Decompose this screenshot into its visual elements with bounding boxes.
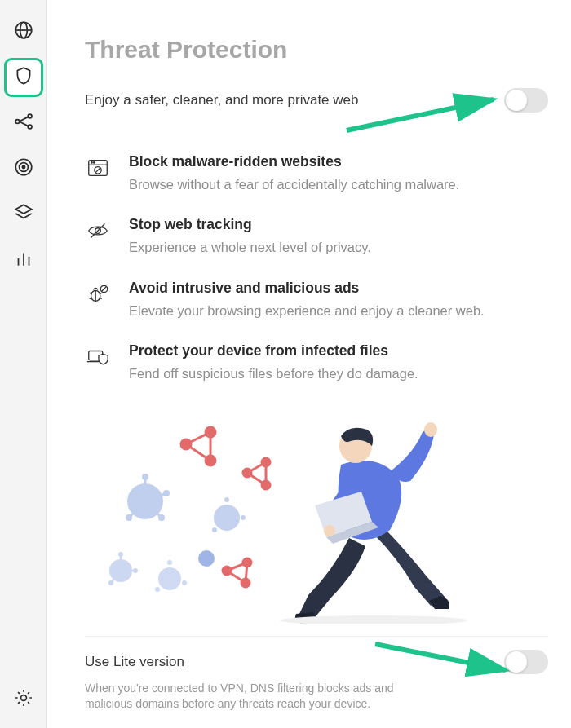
bug-block-icon: [85, 281, 111, 307]
svg-point-50: [167, 560, 172, 565]
svg-point-10: [22, 165, 24, 168]
feature-title: Avoid intrusive and malicious ads: [129, 280, 485, 297]
sidebar-item-presets[interactable]: [7, 197, 41, 232]
sidebar: [0, 0, 47, 728]
svg-point-77: [324, 525, 335, 536]
sidebar-item-settings[interactable]: [7, 682, 41, 717]
gear-icon: [13, 687, 34, 712]
feature-desc: Elevate your browsing experience and enj…: [129, 302, 485, 320]
svg-point-55: [241, 515, 246, 520]
page-title: Threat Protection: [85, 36, 548, 64]
svg-point-52: [155, 587, 160, 592]
mesh-icon: [13, 111, 34, 135]
feature-desc: Experience a whole next level of privacy…: [129, 238, 371, 256]
sidebar-item-quickconnect[interactable]: [7, 15, 41, 49]
page-subtitle: Enjoy a safer, cleaner, and more private…: [85, 92, 358, 108]
svg-point-4: [28, 114, 32, 118]
feature-protect-files: Protect your device from infected files …: [85, 342, 548, 382]
stats-icon: [13, 248, 34, 272]
layers-icon: [13, 202, 34, 227]
svg-line-22: [91, 224, 105, 238]
svg-point-56: [212, 527, 217, 532]
lite-version-desc: When you're connected to VPN, DNS filter…: [85, 681, 427, 712]
svg-point-17: [91, 162, 93, 164]
laptop-shield-icon: [85, 344, 111, 370]
svg-line-30: [102, 286, 107, 291]
browser-block-icon: [85, 155, 111, 181]
svg-point-5: [28, 125, 32, 129]
feature-title: Block malware-ridden websites: [129, 153, 459, 170]
svg-point-57: [198, 550, 215, 567]
main-content: Threat Protection Enjoy a safer, cleaner…: [47, 0, 571, 728]
sidebar-item-stats[interactable]: [7, 243, 41, 277]
svg-line-67: [247, 462, 266, 473]
sidebar-item-threat-protection[interactable]: [7, 60, 41, 95]
svg-point-51: [182, 580, 187, 585]
feature-title: Protect your device from infected files: [129, 342, 418, 360]
feature-desc: Browse without a fear of accidentally ca…: [129, 175, 459, 193]
svg-line-74: [246, 563, 247, 583]
svg-point-54: [224, 497, 229, 502]
feature-desc: Fend off suspicious files before they do…: [129, 364, 418, 382]
svg-point-3: [15, 120, 20, 124]
lite-version-title: Use Lite version: [85, 654, 184, 670]
eye-off-icon: [85, 218, 111, 244]
svg-line-7: [19, 121, 28, 126]
svg-line-6: [19, 117, 28, 121]
svg-point-18: [94, 162, 95, 164]
svg-point-76: [424, 422, 437, 437]
svg-line-61: [186, 432, 210, 444]
svg-point-49: [158, 567, 181, 590]
feature-stop-tracking: Stop web tracking Experience a whole nex…: [85, 216, 548, 256]
feature-title: Stop web tracking: [129, 216, 371, 233]
threat-protection-illustration: [85, 395, 548, 624]
shield-icon: [13, 65, 34, 90]
feature-block-malware: Block malware-ridden websites Browse wit…: [85, 153, 548, 193]
feature-avoid-ads: Avoid intrusive and malicious ads Elevat…: [85, 280, 548, 320]
lite-version-toggle[interactable]: [504, 650, 548, 674]
sidebar-item-darkweb[interactable]: [7, 152, 41, 186]
svg-line-69: [247, 473, 266, 485]
target-icon: [13, 157, 34, 181]
threat-protection-toggle[interactable]: [504, 88, 548, 113]
sidebar-item-meshnet[interactable]: [7, 106, 41, 140]
svg-line-75: [227, 571, 246, 583]
lite-version-section: Use Lite version When you're connected t…: [85, 636, 548, 712]
feature-list: Block malware-ridden websites Browse wit…: [85, 153, 548, 382]
svg-line-20: [95, 168, 100, 173]
svg-line-63: [186, 444, 210, 461]
svg-point-53: [214, 505, 240, 531]
svg-point-14: [20, 695, 26, 701]
globe-icon: [13, 20, 34, 44]
